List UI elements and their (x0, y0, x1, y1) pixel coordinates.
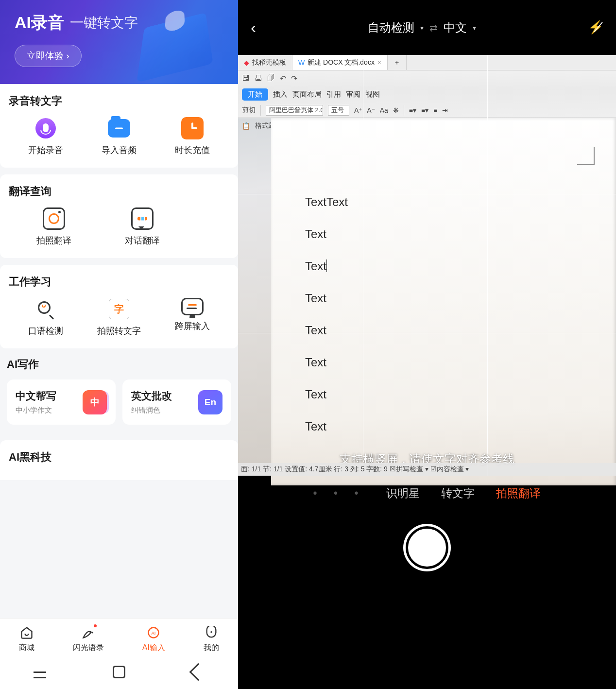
mode-to-text[interactable]: 转文字 (441, 486, 475, 501)
shutter-button[interactable] (406, 526, 448, 569)
section-title: 工作学习 (9, 275, 229, 289)
word-toolbar-photo: ◆找稻壳模板 W新建 DOCX 文档.docx× ＋ 🖫 🖶 🗐 ↶ ↷ 开始 … (238, 55, 616, 118)
grid-line (238, 333, 616, 333)
notification-dot-icon (94, 624, 97, 627)
english-correction-card[interactable]: 英文批改 纠错润色 En (122, 379, 231, 425)
import-audio-button[interactable]: 导入音频 (90, 117, 148, 156)
nav-mine[interactable]: 我的 (204, 625, 219, 653)
case-icon: Aa (380, 106, 388, 114)
swap-icon[interactable]: ⇄ (429, 22, 438, 34)
folder-icon (108, 119, 130, 138)
cross-screen-input-button[interactable]: 跨屏输入 (164, 298, 221, 337)
redo-icon: ↷ (291, 74, 297, 83)
document-tab: W新建 DOCX 文档.docx× (292, 55, 388, 70)
card-subtitle: 纠错润色 (131, 406, 172, 415)
section-title: 翻译查询 (9, 184, 229, 199)
menu-insert: 插入 (273, 90, 288, 99)
photo-to-text-button[interactable]: 拍照转文字 (90, 298, 148, 337)
scan-text-icon (108, 298, 130, 320)
nav-ai-input[interactable]: AI AI输入 (142, 625, 165, 653)
recents-button[interactable] (34, 666, 46, 678)
menu-review: 审阅 (346, 90, 360, 99)
lang-from[interactable]: 自动检测 (368, 20, 414, 35)
margin-marker-icon (577, 147, 595, 165)
doc-line: Text (305, 250, 601, 282)
nav-label: 闪光语录 (73, 643, 104, 653)
template-tab: ◆找稻壳模板 (238, 55, 292, 70)
back-button[interactable] (189, 663, 207, 681)
increase-font-icon: A⁺ (354, 106, 362, 114)
chinese-badge-icon: 中 (83, 390, 107, 414)
grid-line (363, 55, 363, 476)
mall-icon (19, 625, 34, 640)
word-status-bar: 面: 1/1 节: 1/1 设置值: 4.7厘米 行: 3 列: 5 字数: 9… (238, 463, 616, 476)
menu-reference: 引用 (326, 90, 341, 99)
section-translate: 翻译查询 拍照翻译 对话翻译 (0, 174, 238, 258)
lang-to[interactable]: 中文 (444, 20, 467, 35)
nav-flash-quotes[interactable]: 闪光语录 (73, 625, 104, 653)
speech-detect-button[interactable]: 口语检测 (17, 298, 74, 337)
camera-top-bar: ‹ 自动检测▾ ⇄ 中文▾ ⚡̸ (238, 0, 616, 55)
nav-label: 商城 (19, 643, 34, 653)
menu-layout: 页面布局 (292, 90, 322, 99)
camera-icon (43, 207, 65, 230)
mode-photo-translate[interactable]: 拍照翻译 (496, 486, 541, 501)
section-title: AI黑科技 (9, 450, 229, 465)
recharge-button[interactable]: 时长充值 (164, 117, 221, 156)
doc-line: Text (305, 346, 601, 379)
back-icon[interactable]: ‹ (251, 18, 256, 37)
mode-dots-icon: • • • (313, 487, 365, 500)
magnifier-icon (34, 298, 57, 320)
list-icon: ≡▾ (409, 106, 416, 114)
nav-mall[interactable]: 商城 (19, 625, 34, 653)
try-now-button[interactable]: 立即体验 › (15, 45, 82, 67)
close-icon: × (377, 59, 381, 66)
grid-line (238, 194, 616, 194)
ai-icon: AI (146, 625, 161, 640)
font-selector: 阿里巴巴普惠体 2.0 (266, 105, 323, 116)
document-page-photo: TextText Text Text Text Text Text Text T… (271, 118, 616, 485)
nav-label: 我的 (204, 643, 219, 653)
left-app-pane: AI录音 一键转文字 立即体验 › 录音转文字 开始录音 导入音频 时长充值 翻… (0, 0, 238, 689)
start-record-button[interactable]: 开始录音 (17, 117, 74, 156)
section-work-study: 工作学习 口语检测 拍照转文字 跨屏输入 (0, 265, 238, 348)
doc-line: Text (305, 282, 601, 314)
doc-line: TextText (305, 186, 601, 218)
flash-off-icon[interactable]: ⚡̸ (588, 20, 603, 35)
item-label: 口语检测 (28, 325, 63, 337)
ai-record-banner[interactable]: AI录音 一键转文字 立即体验 › (0, 0, 238, 84)
bottom-nav: 商城 闪光语录 AI AI输入 我的 (0, 618, 238, 657)
card-subtitle: 中小学作文 (16, 406, 56, 415)
doc-line: Text (305, 218, 601, 250)
dialog-translate-button[interactable]: 对话翻译 (114, 207, 171, 246)
banner-title: AI录音 (15, 12, 64, 34)
menu-start: 开始 (242, 88, 268, 101)
photo-translate-button[interactable]: 拍照翻译 (25, 207, 83, 246)
item-label: 开始录音 (28, 144, 63, 156)
section-title: 录音转文字 (9, 94, 229, 108)
home-button[interactable] (113, 666, 125, 678)
quill-icon (81, 625, 96, 640)
language-selector[interactable]: 自动检测▾ ⇄ 中文▾ (368, 20, 476, 35)
section-ai-writing: AI写作 中文帮写 中小学作文 中 英文批改 纠错润色 En (0, 348, 238, 433)
item-label: 拍照翻译 (36, 235, 71, 246)
chat-icon (131, 207, 154, 230)
save-icon: 🖫 (242, 74, 250, 83)
camera-viewfinder: ◆找稻壳模板 W新建 DOCX 文档.docx× ＋ 🖫 🖶 🗐 ↶ ↷ 开始 … (238, 55, 616, 476)
mic-icon (35, 118, 56, 138)
mode-star[interactable]: 识明星 (386, 486, 420, 501)
card-title: 英文批改 (131, 389, 172, 403)
item-label: 导入音频 (102, 144, 137, 156)
undo-icon: ↶ (280, 74, 286, 83)
menu-view: 视图 (365, 90, 380, 99)
text-cursor-icon (326, 259, 327, 272)
item-label: 时长充值 (175, 144, 210, 156)
banner-subtitle: 一键转文字 (70, 14, 138, 32)
item-label: 对话翻译 (125, 235, 160, 246)
doc-line: Text (305, 411, 601, 443)
chevron-down-icon: ▾ (473, 24, 476, 32)
chinese-writing-card[interactable]: 中文帮写 中小学作文 中 (7, 379, 116, 425)
print-icon: 🖶 (255, 74, 262, 83)
item-label: 拍照转文字 (97, 325, 141, 337)
clock-icon (181, 117, 204, 139)
